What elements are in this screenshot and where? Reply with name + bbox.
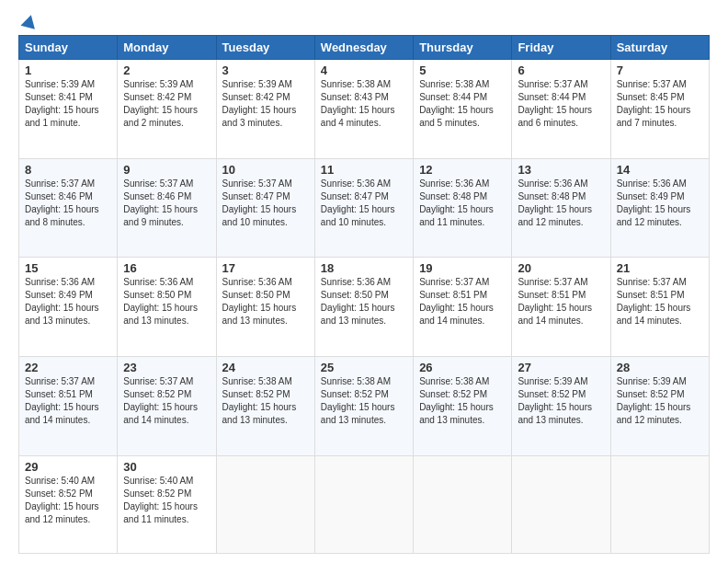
calendar-cell: 5 Sunrise: 5:38 AM Sunset: 8:44 PM Dayli… [414,60,512,159]
day-info: Sunrise: 5:37 AM Sunset: 8:47 PM Dayligh… [222,178,309,229]
calendar-cell: 7 Sunrise: 5:37 AM Sunset: 8:45 PM Dayli… [610,60,709,159]
day-info: Sunrise: 5:36 AM Sunset: 8:48 PM Dayligh… [518,178,604,229]
day-number: 11 [321,163,407,177]
day-number: 7 [617,63,703,77]
calendar-cell: 10 Sunrise: 5:37 AM Sunset: 8:47 PM Dayl… [216,158,314,258]
calendar-header-wednesday: Wednesday [314,36,413,60]
day-number: 15 [25,261,111,275]
calendar-cell: 19 Sunrise: 5:37 AM Sunset: 8:51 PM Dayl… [414,258,512,357]
day-info: Sunrise: 5:37 AM Sunset: 8:45 PM Dayligh… [617,78,703,130]
calendar-header-monday: Monday [118,36,216,60]
calendar-header-row: SundayMondayTuesdayWednesdayThursdayFrid… [19,36,710,60]
day-number: 1 [25,63,111,77]
day-number: 25 [321,361,407,374]
day-number: 13 [518,163,604,177]
day-number: 18 [321,261,407,275]
calendar-cell: 13 Sunrise: 5:36 AM Sunset: 8:48 PM Dayl… [512,158,610,258]
day-info: Sunrise: 5:36 AM Sunset: 8:50 PM Dayligh… [123,276,210,327]
calendar-cell: 3 Sunrise: 5:39 AM Sunset: 8:42 PM Dayli… [216,60,314,159]
day-number: 21 [617,261,703,275]
calendar-cell: 11 Sunrise: 5:36 AM Sunset: 8:47 PM Dayl… [314,158,413,258]
calendar-week-1: 1 Sunrise: 5:39 AM Sunset: 8:41 PM Dayli… [19,60,710,159]
calendar-header-tuesday: Tuesday [216,36,314,60]
calendar-cell: 24 Sunrise: 5:38 AM Sunset: 8:52 PM Dayl… [216,356,314,455]
day-number: 12 [419,163,506,177]
day-info: Sunrise: 5:38 AM Sunset: 8:43 PM Dayligh… [321,78,407,130]
day-info: Sunrise: 5:36 AM Sunset: 8:48 PM Dayligh… [419,178,506,229]
calendar-cell [512,455,610,553]
calendar-cell: 25 Sunrise: 5:38 AM Sunset: 8:52 PM Dayl… [314,356,413,455]
header [18,15,710,28]
day-info: Sunrise: 5:39 AM Sunset: 8:42 PM Dayligh… [222,78,309,130]
calendar-cell: 14 Sunrise: 5:36 AM Sunset: 8:49 PM Dayl… [610,158,709,258]
day-number: 9 [123,163,210,177]
day-info: Sunrise: 5:38 AM Sunset: 8:44 PM Dayligh… [419,78,506,130]
day-number: 29 [25,460,111,474]
day-info: Sunrise: 5:37 AM Sunset: 8:51 PM Dayligh… [518,276,604,327]
day-number: 28 [617,361,703,374]
day-number: 8 [25,163,111,177]
calendar-cell [610,455,709,553]
day-number: 4 [321,63,407,77]
day-info: Sunrise: 5:40 AM Sunset: 8:52 PM Dayligh… [123,475,210,526]
calendar-cell [216,455,314,553]
calendar-cell: 4 Sunrise: 5:38 AM Sunset: 8:43 PM Dayli… [314,60,413,159]
day-info: Sunrise: 5:39 AM Sunset: 8:52 PM Dayligh… [518,375,604,427]
calendar-header-sunday: Sunday [19,36,118,60]
day-info: Sunrise: 5:39 AM Sunset: 8:42 PM Dayligh… [123,78,210,130]
day-info: Sunrise: 5:36 AM Sunset: 8:50 PM Dayligh… [321,276,407,327]
day-info: Sunrise: 5:36 AM Sunset: 8:49 PM Dayligh… [25,276,111,327]
day-info: Sunrise: 5:37 AM Sunset: 8:51 PM Dayligh… [617,276,703,327]
day-info: Sunrise: 5:37 AM Sunset: 8:51 PM Dayligh… [419,276,506,327]
calendar-cell: 23 Sunrise: 5:37 AM Sunset: 8:52 PM Dayl… [118,356,216,455]
calendar-cell: 8 Sunrise: 5:37 AM Sunset: 8:46 PM Dayli… [19,158,118,258]
calendar-cell: 15 Sunrise: 5:36 AM Sunset: 8:49 PM Dayl… [19,258,118,357]
day-number: 19 [419,261,506,275]
day-info: Sunrise: 5:37 AM Sunset: 8:44 PM Dayligh… [518,78,604,130]
day-number: 26 [419,361,506,374]
day-number: 5 [419,63,506,77]
day-info: Sunrise: 5:36 AM Sunset: 8:47 PM Dayligh… [321,178,407,229]
day-info: Sunrise: 5:37 AM Sunset: 8:46 PM Dayligh… [123,178,210,229]
day-info: Sunrise: 5:40 AM Sunset: 8:52 PM Dayligh… [25,475,111,526]
calendar-cell: 28 Sunrise: 5:39 AM Sunset: 8:52 PM Dayl… [610,356,709,455]
calendar-cell: 16 Sunrise: 5:36 AM Sunset: 8:50 PM Dayl… [118,258,216,357]
calendar-cell: 29 Sunrise: 5:40 AM Sunset: 8:52 PM Dayl… [19,455,118,553]
day-info: Sunrise: 5:37 AM Sunset: 8:52 PM Dayligh… [123,375,210,427]
day-info: Sunrise: 5:39 AM Sunset: 8:41 PM Dayligh… [25,78,111,130]
calendar-week-2: 8 Sunrise: 5:37 AM Sunset: 8:46 PM Dayli… [19,158,710,258]
calendar-week-4: 22 Sunrise: 5:37 AM Sunset: 8:51 PM Dayl… [19,356,710,455]
calendar-cell: 21 Sunrise: 5:37 AM Sunset: 8:51 PM Dayl… [610,258,709,357]
day-info: Sunrise: 5:37 AM Sunset: 8:46 PM Dayligh… [25,178,111,229]
calendar-header-saturday: Saturday [610,36,709,60]
day-info: Sunrise: 5:38 AM Sunset: 8:52 PM Dayligh… [321,375,407,427]
page: SundayMondayTuesdayWednesdayThursdayFrid… [0,0,728,563]
calendar-cell: 27 Sunrise: 5:39 AM Sunset: 8:52 PM Dayl… [512,356,610,455]
calendar-cell: 17 Sunrise: 5:36 AM Sunset: 8:50 PM Dayl… [216,258,314,357]
calendar-cell: 22 Sunrise: 5:37 AM Sunset: 8:51 PM Dayl… [19,356,118,455]
day-number: 16 [123,261,210,275]
calendar-cell: 2 Sunrise: 5:39 AM Sunset: 8:42 PM Dayli… [118,60,216,159]
calendar-cell: 30 Sunrise: 5:40 AM Sunset: 8:52 PM Dayl… [118,455,216,553]
day-number: 24 [222,361,309,374]
day-number: 2 [123,63,210,77]
day-number: 27 [518,361,604,374]
calendar-cell: 6 Sunrise: 5:37 AM Sunset: 8:44 PM Dayli… [512,60,610,159]
calendar-week-5: 29 Sunrise: 5:40 AM Sunset: 8:52 PM Dayl… [19,455,710,553]
calendar-cell: 1 Sunrise: 5:39 AM Sunset: 8:41 PM Dayli… [19,60,118,159]
day-info: Sunrise: 5:39 AM Sunset: 8:52 PM Dayligh… [617,375,703,427]
day-number: 30 [123,460,210,474]
day-number: 22 [25,361,111,374]
calendar-cell [314,455,413,553]
calendar-cell: 12 Sunrise: 5:36 AM Sunset: 8:48 PM Dayl… [414,158,512,258]
calendar-week-3: 15 Sunrise: 5:36 AM Sunset: 8:49 PM Dayl… [19,258,710,357]
day-info: Sunrise: 5:36 AM Sunset: 8:50 PM Dayligh… [222,276,309,327]
calendar-header-friday: Friday [512,36,610,60]
day-number: 17 [222,261,309,275]
day-number: 14 [617,163,703,177]
day-number: 23 [123,361,210,374]
calendar-cell: 18 Sunrise: 5:36 AM Sunset: 8:50 PM Dayl… [314,258,413,357]
logo [18,15,37,28]
day-number: 6 [518,63,604,77]
day-info: Sunrise: 5:38 AM Sunset: 8:52 PM Dayligh… [222,375,309,427]
